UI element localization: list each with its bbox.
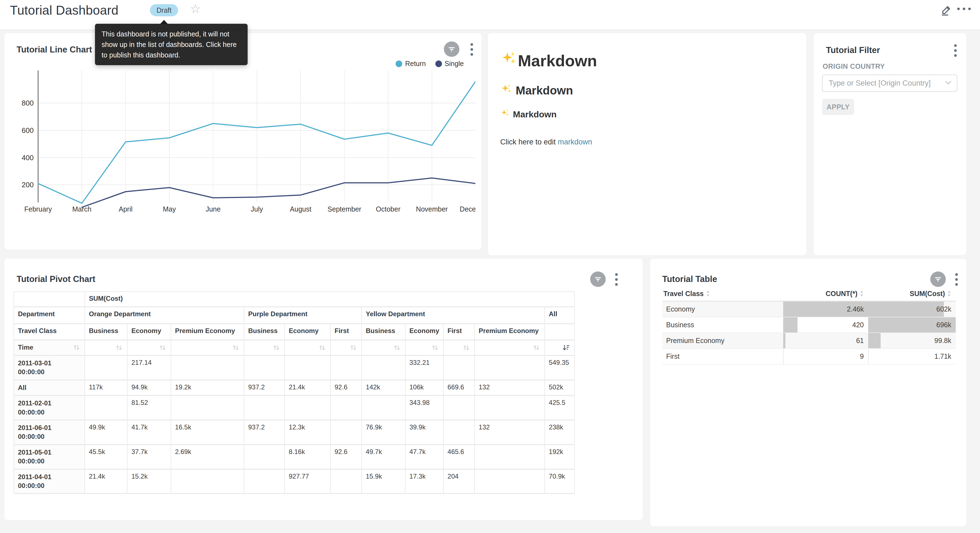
pivot-value-cell <box>443 420 474 445</box>
pivot-value-cell: 70.9k <box>545 469 574 494</box>
filter-indicator-icon[interactable] <box>930 271 946 287</box>
pivot-value-cell <box>244 396 285 420</box>
pivot-value-cell <box>362 356 405 380</box>
travel-class-cell: Economy <box>662 301 783 317</box>
sparkles-icon <box>500 83 512 98</box>
column-sort-caret-icon[interactable] <box>947 290 951 297</box>
pivot-value-cell: 17.3k <box>405 469 443 494</box>
markdown-h1: Markdown <box>500 50 795 71</box>
pivot-value-cell: 8.16k <box>285 445 331 469</box>
pivot-value-cell: 12.3k <box>285 420 331 445</box>
pivot-value-cell: 238k <box>545 420 574 445</box>
sparkles-icon <box>500 50 517 71</box>
pivot-group-header: Purple Department <box>244 307 362 324</box>
pivot-class-header: First <box>331 324 362 340</box>
sum-cost-cell: 696k <box>868 317 956 333</box>
table-column-header[interactable]: Travel Class <box>662 286 783 301</box>
pivot-value-cell: 106k <box>405 380 443 396</box>
select-placeholder: Type or Select [Origin Country] <box>829 79 931 88</box>
markdown-edit-link[interactable]: markdown <box>558 138 592 146</box>
svg-text:May: May <box>163 205 176 213</box>
panel-title: Tutorial Pivot Chart <box>17 274 95 284</box>
pivot-value-cell: 343.98 <box>405 396 443 420</box>
svg-text:800: 800 <box>22 99 34 107</box>
pivot-value-cell: 92.6 <box>331 380 362 396</box>
table-column-header[interactable]: SUM(Cost) <box>868 286 956 301</box>
sparkles-icon <box>500 109 510 120</box>
sort-descending-active-icon[interactable] <box>562 343 570 352</box>
favorite-star-icon[interactable]: ☆ <box>190 2 201 16</box>
pivot-table: SUM(Cost)DepartmentOrange DepartmentPurp… <box>14 291 575 494</box>
pivot-measure-label: SUM(Cost) <box>85 292 574 307</box>
pivot-value-cell <box>85 356 127 380</box>
pivot-sort-cell <box>85 340 127 356</box>
sort-icon[interactable] <box>349 343 358 352</box>
pivot-sort-cell <box>244 340 285 356</box>
pivot-value-cell: 937.2 <box>244 380 285 396</box>
pivot-value-cell <box>331 420 362 445</box>
pivot-value-cell: 502k <box>545 380 574 396</box>
sort-icon[interactable] <box>462 343 470 352</box>
panel-tutorial-table: Tutorial Table Travel ClassCOUNT(*)SUM(C… <box>650 259 966 526</box>
pivot-value-cell: 15.9k <box>362 469 405 494</box>
pivot-data-row: 2011-03-0100:00:00217.14332.21549.35 <box>14 356 574 380</box>
sort-icon[interactable] <box>393 343 401 352</box>
pivot-class-row: Travel ClassBusinessEconomyPremium Econo… <box>14 324 574 340</box>
sort-icon[interactable] <box>272 343 280 352</box>
svg-text:September: September <box>328 205 361 213</box>
pivot-row-key: 2011-03-0100:00:00 <box>14 356 85 380</box>
pivot-value-cell <box>244 356 285 380</box>
svg-text:June: June <box>206 205 221 213</box>
pivot-value-cell: 2.69k <box>171 445 244 469</box>
markdown-body: Markdown Markdown Markdown Click here to… <box>500 50 795 146</box>
markdown-paragraph: Click here to edit markdown <box>500 138 795 146</box>
count-cell: 9 <box>783 348 868 364</box>
pivot-row-key: 2011-04-0100:00:00 <box>14 469 85 494</box>
sort-icon[interactable] <box>318 343 326 352</box>
column-sort-caret-icon[interactable] <box>860 290 864 297</box>
pivot-value-cell <box>474 356 545 380</box>
pivot-value-cell <box>331 469 362 494</box>
pivot-value-cell <box>171 469 244 494</box>
pivot-sort-cell <box>285 340 331 356</box>
pivot-row-key: All <box>14 380 85 396</box>
pivot-group-row: DepartmentOrange DepartmentPurple Depart… <box>14 307 574 324</box>
filter-kebab-menu-icon[interactable] <box>953 44 957 59</box>
svg-text:November: November <box>416 205 448 213</box>
pivot-row-key: 2011-02-0100:00:00 <box>14 396 85 420</box>
pivot-row3-label: Time <box>14 340 85 356</box>
count-cell: 420 <box>783 317 868 333</box>
edit-dashboard-icon[interactable] <box>940 4 952 17</box>
pivot-value-cell: 76.9k <box>362 420 405 445</box>
pivot-row-key: 2011-05-0100:00:00 <box>14 445 85 469</box>
filter-indicator-icon[interactable] <box>590 271 606 287</box>
more-options-icon[interactable] <box>956 6 972 13</box>
pivot-value-cell: 937.2 <box>244 420 285 445</box>
table-column-header[interactable]: COUNT(*) <box>783 286 868 301</box>
svg-text:August: August <box>290 205 312 213</box>
apply-button[interactable]: APPLY <box>822 99 854 115</box>
pivot-value-cell: 21.4k <box>85 469 127 494</box>
pivot-sort-row: Time <box>14 340 574 356</box>
chart-kebab-menu-icon[interactable] <box>955 273 958 287</box>
panel-tutorial-pivot-chart: Tutorial Pivot Chart SUM(Cost)Department… <box>5 259 643 520</box>
sort-icon[interactable] <box>532 343 541 352</box>
pivot-value-cell: 549.35 <box>545 356 574 380</box>
pivot-value-cell <box>285 396 331 420</box>
pivot-value-cell: 669.6 <box>443 380 474 396</box>
sort-icon[interactable] <box>72 343 81 351</box>
column-sort-caret-icon[interactable] <box>706 290 710 297</box>
sort-icon[interactable] <box>232 343 240 352</box>
sort-icon[interactable] <box>115 343 123 352</box>
pivot-measure-row: SUM(Cost) <box>14 292 574 307</box>
draft-badge[interactable]: Draft <box>150 4 178 16</box>
origin-country-select[interactable]: Type or Select [Origin Country] <box>822 75 957 92</box>
pivot-value-cell: 19.2k <box>171 380 244 396</box>
svg-text:March: March <box>72 205 91 213</box>
svg-text:July: July <box>251 205 263 213</box>
sort-icon[interactable] <box>431 343 439 352</box>
chart-kebab-menu-icon[interactable] <box>614 273 618 287</box>
sort-icon[interactable] <box>159 343 167 352</box>
pivot-class-header: Premium Economy <box>171 324 244 340</box>
pivot-sort-cell <box>331 340 362 356</box>
